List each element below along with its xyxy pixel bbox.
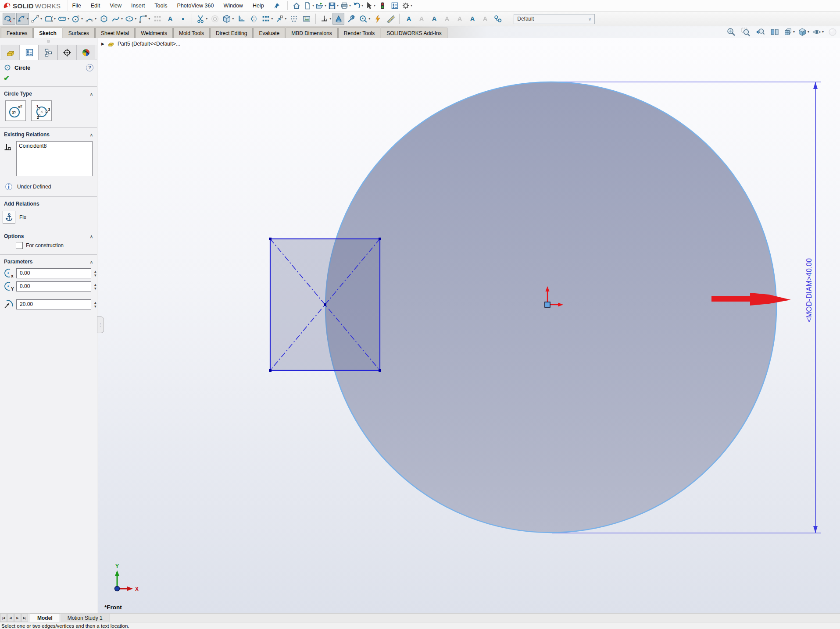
tab-render-tools[interactable]: Render Tools — [338, 28, 381, 38]
move-entities-button[interactable]: ▾ — [274, 13, 287, 25]
configuration-dropdown[interactable]: Default ∨ — [514, 14, 595, 24]
nav-next-button[interactable]: ▶ — [14, 614, 21, 622]
instant2d-button[interactable]: ▾ — [384, 13, 396, 25]
center-x-input[interactable] — [16, 268, 91, 278]
linear-pattern-button[interactable]: ▾ — [261, 13, 273, 25]
sketch-rectangle[interactable] — [269, 238, 381, 372]
text-tool-button[interactable]: ▾ — [164, 13, 176, 25]
menu-insert[interactable]: Insert — [126, 0, 150, 12]
tab-evaluate[interactable]: Evaluate — [253, 28, 285, 38]
collapse-chevron-icon[interactable]: ∧ — [90, 234, 93, 239]
edit-appearance-button[interactable]: ▾ — [826, 26, 838, 37]
options-button[interactable]: ▾ — [401, 0, 413, 11]
open-button[interactable]: ▾ — [315, 0, 327, 11]
save-annotation-button[interactable]: ▾ — [466, 13, 478, 25]
model-tab[interactable]: Model — [30, 614, 60, 622]
convert-entities-button[interactable]: ▾ — [222, 13, 234, 25]
spline-tool-button[interactable]: ▾ — [111, 13, 123, 25]
feature-manager-tab[interactable] — [1, 45, 20, 60]
add-annotation-button[interactable]: ▾ — [441, 13, 453, 25]
smart-dimension-button[interactable]: ▾ — [16, 13, 29, 25]
center-x-spinner[interactable]: ▴▾ — [93, 270, 97, 277]
section-parameters[interactable]: Parameters ∧ — [0, 256, 97, 267]
menu-file[interactable]: File — [68, 0, 86, 12]
configuration-manager-tab[interactable] — [39, 45, 57, 60]
nav-last-button[interactable]: ▶| — [21, 614, 28, 622]
tab-features[interactable]: Features — [1, 28, 33, 38]
dimxpert-manager-tab[interactable] — [57, 45, 76, 60]
circle-tool-button[interactable]: ▾ — [71, 13, 83, 25]
sketch-circle[interactable] — [325, 82, 776, 533]
rebuild-button[interactable]: ▾ — [377, 0, 388, 11]
intersection-curve-button[interactable]: ▾ — [235, 13, 247, 25]
display-style-button[interactable]: ▾ — [797, 26, 809, 37]
center-y-spinner[interactable]: ▴▾ — [93, 283, 97, 290]
home-button[interactable]: ▾ — [291, 0, 302, 11]
section-options[interactable]: Options ∧ — [0, 230, 97, 241]
collapse-chevron-icon[interactable]: ∧ — [90, 92, 93, 96]
menu-window[interactable]: Window — [218, 0, 247, 12]
modify-sketch-button[interactable]: ▾ — [288, 13, 300, 25]
nav-first-button[interactable]: |◀ — [0, 614, 7, 622]
menu-edit[interactable]: Edit — [86, 0, 105, 12]
save-button[interactable]: ▾ — [328, 0, 339, 11]
line-tool-button[interactable]: ▾ — [30, 13, 43, 25]
menu-view[interactable]: View — [105, 0, 126, 12]
perimeter-circle-type-button[interactable]: 123 — [31, 100, 52, 121]
quick-snaps-button[interactable]: ▾ — [358, 13, 371, 25]
diameter-dimension[interactable]: <MOD-DIAM>40.00 — [805, 82, 818, 533]
help-icon[interactable]: ? — [86, 64, 93, 71]
previous-view-button[interactable]: ▾ — [754, 26, 766, 37]
tab-direct-editing[interactable]: Direct Editing — [210, 28, 253, 38]
select-button[interactable]: ▾ — [365, 0, 376, 11]
print-button[interactable]: ▾ — [340, 0, 351, 11]
arc-tool-button[interactable]: ▾ — [84, 13, 97, 25]
mirror-entities-button[interactable]: ▾ — [248, 13, 260, 25]
hide-show-items-button[interactable]: ▾ — [812, 26, 824, 37]
rapid-sketch-button[interactable]: ▾ — [372, 13, 383, 25]
tab-solidworks-add-ins[interactable]: SOLIDWORKS Add-Ins — [381, 28, 447, 38]
nav-prev-button[interactable]: ◀ — [7, 614, 14, 622]
tab-sheet-metal[interactable]: Sheet Metal — [95, 28, 135, 38]
zoom-to-fit-button[interactable]: ▾ — [725, 26, 737, 37]
relations-listbox[interactable]: Coincident8 — [16, 141, 93, 176]
section-view-button[interactable]: ▾ — [769, 26, 780, 37]
point-tool-button[interactable]: ▾ — [177, 13, 189, 25]
collapse-chevron-icon[interactable]: ∧ — [90, 259, 93, 264]
section-add-relations[interactable]: Add Relations — [0, 198, 97, 209]
tab-weldments[interactable]: Weldments — [135, 28, 173, 38]
ellipse-tool-button[interactable]: ▾ — [124, 13, 137, 25]
ok-button[interactable]: ✔ — [4, 74, 10, 82]
collapse-chevron-icon[interactable]: ∧ — [90, 132, 93, 137]
display-relations-button[interactable]: ▾ — [319, 13, 332, 25]
panel-splitter-handle[interactable]: ⋮ — [97, 316, 104, 333]
annotation-properties-button[interactable]: ▾ — [454, 13, 465, 25]
trim-entities-button[interactable]: ▾ — [195, 13, 208, 25]
edit-annotation-button[interactable]: ▾ — [415, 13, 427, 25]
slot-tool-button[interactable]: ▾ — [57, 13, 70, 25]
extend-entities-button[interactable]: ▾ — [209, 13, 221, 25]
belt-chain-button[interactable]: ▾ — [492, 13, 504, 25]
view-orientation-button[interactable]: ▾ — [783, 26, 795, 37]
tab-mold-tools[interactable]: Mold Tools — [173, 28, 210, 38]
spell-checker-button[interactable]: ▾ — [403, 13, 415, 25]
polygon-tool-button[interactable]: ▾ — [98, 13, 110, 25]
section-existing-relations[interactable]: Existing Relations ∧ — [0, 128, 97, 139]
fix-relation-button[interactable] — [3, 211, 15, 224]
rectangle-tool-button[interactable]: ▾ — [43, 13, 56, 25]
translate-annotation-button[interactable]: ▾ — [428, 13, 440, 25]
file-properties-button[interactable]: ▾ — [389, 0, 400, 11]
zoom-to-area-button[interactable]: ▾ — [740, 26, 751, 37]
menu-tools[interactable]: Tools — [150, 0, 172, 12]
pin-menu-button[interactable] — [273, 2, 280, 9]
sketch-picture-button[interactable]: ▾ — [300, 13, 312, 25]
feature-tree-item[interactable]: ▶ Part5 (Default<<Default>... — [101, 40, 180, 47]
display-manager-tab[interactable] — [76, 45, 95, 60]
tab-sketch[interactable]: Sketch — [33, 28, 62, 38]
motion-study-1-tab[interactable]: Motion Study 1 — [61, 614, 110, 622]
menu-photoview-360[interactable]: PhotoView 360 — [172, 0, 219, 12]
relation-list-item[interactable]: Coincident8 — [19, 142, 90, 149]
graphics-viewport[interactable]: ▶ Part5 (Default<<Default>... — [98, 38, 840, 614]
panel-collapse-handle[interactable] — [0, 38, 97, 45]
center-y-input[interactable] — [16, 281, 91, 291]
